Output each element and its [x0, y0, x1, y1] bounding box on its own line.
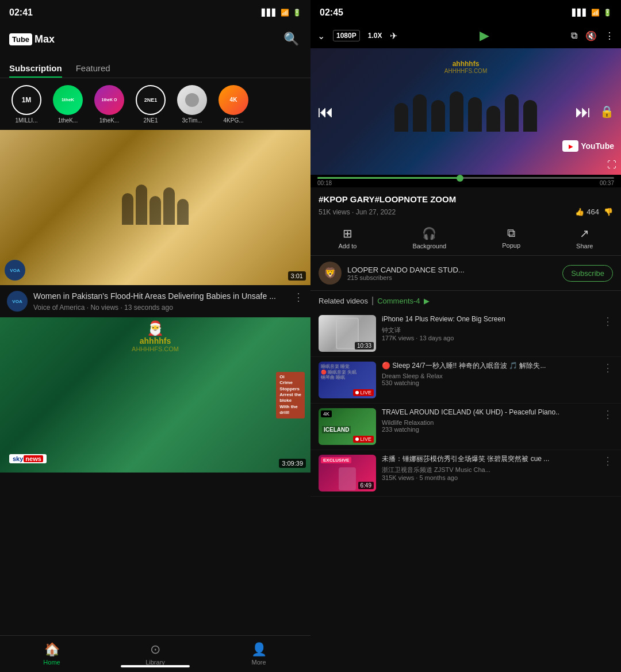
- share-label: Share: [576, 243, 593, 249]
- nav-library[interactable]: ⊙ Library: [103, 642, 207, 666]
- progress-bar-area[interactable]: 00:18 00:37: [310, 175, 621, 187]
- more-button-1[interactable]: ⋮: [293, 291, 304, 304]
- related-item-2[interactable]: 睡眠音楽 睡覚🔴 睡眠音楽 失眠钢琴曲 睡眠 LIVE 🔴 Sleep 24/7…: [310, 357, 621, 404]
- related-item-3[interactable]: 4K ICELAND LIVE TRAVEL AROUND ICELAND (4…: [310, 404, 621, 450]
- tab-subscription[interactable]: Subscription: [9, 63, 62, 78]
- youtube-logo: YouTube: [562, 140, 614, 152]
- related-meta-2: 🔴 Sleep 24/7一秒入睡!! 神奇的入眠音波 🎵 解除失... Drea…: [382, 362, 597, 386]
- related-thumb-2: 睡眠音楽 睡覚🔴 睡眠音楽 失眠钢琴曲 睡眠 LIVE: [319, 362, 376, 398]
- yt-play-icon: [562, 140, 578, 152]
- dislike-button[interactable]: 👎: [604, 208, 613, 216]
- channel-1milli[interactable]: 1M 1MILLI...: [9, 85, 44, 124]
- nav-more-label: More: [251, 659, 266, 666]
- channel-thumb-icon: 🦁: [319, 262, 342, 285]
- related-title-4: 未播：锤娜丽莎模仿秀引全场爆笑 张碧晨突然被 cue ...: [382, 455, 597, 464]
- fullscreen-button[interactable]: ⛶: [607, 160, 616, 170]
- related-channel-1: 钟文译: [382, 326, 597, 335]
- progress-track[interactable]: [317, 177, 614, 179]
- video-card-2[interactable]: OiCrimeStoppersArrest theblokeWith thedr…: [0, 317, 310, 473]
- related-more-3[interactable]: ⋮: [603, 408, 613, 421]
- nav-home-label: Home: [43, 659, 60, 666]
- next-button[interactable]: ⏭: [575, 102, 591, 121]
- related-item-1[interactable]: 10:33 iPhone 14 Plus Review: One Big Scr…: [310, 310, 621, 357]
- battery-icon: 🔋: [293, 9, 301, 17]
- related-stats-2: 530 watching: [382, 379, 597, 386]
- video-thumbnail-2: OiCrimeStoppersArrest theblokeWith thedr…: [0, 317, 310, 473]
- channel-3ctim[interactable]: 3cTim...: [175, 85, 209, 124]
- related-more-4[interactable]: ⋮: [603, 455, 613, 467]
- mute-button[interactable]: 🔇: [585, 30, 597, 41]
- video-player[interactable]: ahhhhfs AHHHHFS.COM ⏮ ⏭ 🔒 YouTube ⛶: [310, 48, 621, 175]
- background-label: Background: [412, 243, 446, 249]
- video-info-1: VOA Women in Pakistan's Flood-Hit Areas …: [0, 285, 310, 317]
- voa-badge: VOA: [5, 260, 25, 281]
- logo-max: Max: [34, 33, 55, 45]
- status-bar-left: 02:41 ▋▋▋ 📶 🔋: [0, 0, 310, 23]
- status-icons-right: ▋▋▋ 📶 🔋: [572, 9, 612, 17]
- duration-badge-2: 3:09:39: [279, 459, 306, 468]
- voa-channel-icon: VOA: [7, 291, 28, 312]
- right-panel: 02:45 ▋▋▋ 📶 🔋 ⌄ 1080P 1.0X ✈ ▶ ⧉ 🔇 ⋮: [310, 0, 621, 672]
- related-duration-1: 10:33: [355, 342, 374, 350]
- yt-text: YouTube: [581, 141, 614, 151]
- channel-list: 1M 1MILLI... 1theK 1theK... 1theK O 1the…: [0, 78, 310, 130]
- screen-mode-button[interactable]: ⧉: [571, 30, 577, 41]
- comments-arrow-icon: ▶: [424, 297, 430, 305]
- previous-button[interactable]: ⏮: [317, 102, 334, 121]
- chevron-down-button[interactable]: ⌄: [317, 30, 325, 41]
- thumbs-down-icon: 👎: [604, 208, 613, 216]
- speed-selector[interactable]: 1.0X: [368, 32, 382, 40]
- current-time: 00:18: [317, 180, 332, 186]
- voa-thumb-content: [0, 130, 310, 285]
- channel-1thek[interactable]: 1theK 1theK...: [51, 85, 85, 124]
- related-duration-4: 6:49: [358, 482, 374, 489]
- nav-more[interactable]: 👤 More: [207, 642, 310, 666]
- channel-2ne1[interactable]: 2NE1 2NE1: [133, 85, 168, 124]
- related-more-1[interactable]: ⋮: [603, 315, 613, 328]
- tabs-row: Subscription Featured: [0, 55, 310, 78]
- related-thumb-4: EXCLUSIVE 6:49: [319, 455, 376, 491]
- related-meta-4: 未播：锤娜丽莎模仿秀引全场爆笑 张碧晨突然被 cue ... 浙江卫视音乐频道 …: [382, 455, 597, 481]
- related-header: Related videos | Comments-4 ▶: [310, 291, 621, 310]
- video-detail-stats: 51K views · Jun 27, 2022 👍 464 👎: [319, 208, 613, 216]
- channel-4kpg[interactable]: 4K 4KPG...: [216, 85, 251, 124]
- channel-1theko[interactable]: 1theK O 1theK...: [92, 85, 126, 124]
- background-button[interactable]: 🎧 Background: [412, 226, 446, 249]
- duration-badge-1: 3:01: [288, 271, 306, 281]
- channel-name-3ctim: 3cTim...: [182, 117, 202, 124]
- related-thumb-3: 4K ICELAND LIVE: [319, 408, 376, 445]
- add-to-button[interactable]: ⊞ Add to: [339, 226, 357, 249]
- play-button[interactable]: ▶: [480, 28, 489, 43]
- live-badge-3: LIVE: [353, 436, 374, 443]
- protest-thumb-content: OiCrimeStoppersArrest theblokeWith thedr…: [0, 317, 310, 473]
- video-title-1: Women in Pakistan's Flood-Hit Areas Deli…: [33, 291, 288, 301]
- related-meta-3: TRAVEL AROUND ICELAND (4K UHD) - Peacefu…: [382, 408, 597, 433]
- popup-button[interactable]: ⧉ Popup: [502, 226, 520, 249]
- subscribe-button[interactable]: Subscribe: [562, 265, 613, 282]
- more-options-button[interactable]: ⋮: [605, 30, 614, 41]
- time-left: 02:41: [9, 7, 33, 18]
- lock-button[interactable]: 🔒: [600, 105, 614, 118]
- tab-featured[interactable]: Featured: [76, 63, 110, 78]
- share-button[interactable]: ↗ Share: [576, 226, 593, 249]
- related-title-3: TRAVEL AROUND ICELAND (4K UHD) - Peacefu…: [382, 408, 597, 417]
- action-bar: ⊞ Add to 🎧 Background ⧉ Popup ↗ Share: [310, 221, 621, 256]
- add-to-label: Add to: [339, 243, 357, 249]
- player-controls-bar: ⌄ 1080P 1.0X ✈ ▶ ⧉ 🔇 ⋮: [310, 23, 621, 48]
- related-more-2[interactable]: ⋮: [603, 362, 613, 374]
- search-button[interactable]: 🔍: [281, 29, 301, 49]
- video-card-1[interactable]: VOA 3:01: [0, 130, 310, 285]
- like-button[interactable]: 👍 464: [575, 208, 599, 216]
- related-stats-1: 177K views · 13 days ago: [382, 335, 597, 341]
- comments-link[interactable]: Comments-4: [377, 297, 420, 305]
- navigation-icon[interactable]: ✈: [390, 30, 397, 41]
- video-sub-1: Voice of America · No views · 13 seconds…: [33, 304, 288, 312]
- channel-name-1milli: 1MILLI...: [16, 117, 38, 124]
- nav-home[interactable]: 🏠 Home: [0, 642, 103, 666]
- stats-left: 51K views · Jun 27, 2022: [319, 208, 396, 216]
- related-title: Related videos: [319, 297, 368, 305]
- quality-selector[interactable]: 1080P: [333, 30, 360, 41]
- wifi-icon: 📶: [281, 9, 289, 17]
- related-item-4[interactable]: EXCLUSIVE 6:49 未播：锤娜丽莎模仿秀引全场爆笑 张碧晨突然被 cu…: [310, 450, 621, 497]
- channel-avatar-1thek: 1theK: [53, 85, 83, 115]
